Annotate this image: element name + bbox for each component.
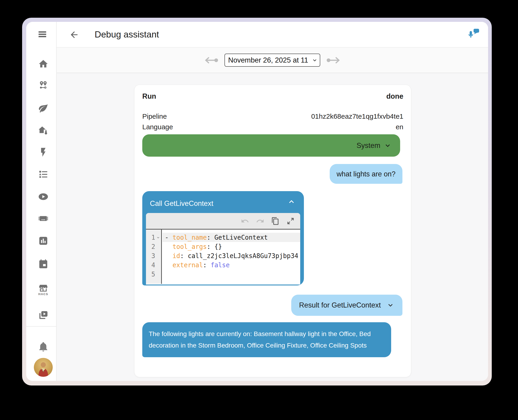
language-value: en [396, 123, 403, 131]
run-label: Run [142, 92, 156, 100]
debug-content: Run done Pipeline 01hz2k68eaz7te1qg1fxvb… [57, 73, 488, 381]
run-card: Run done Pipeline 01hz2k68eaz7te1qg1fxvb… [134, 85, 411, 377]
code-line: id: call_z2jc3leLJqksA8Gu73pjbp34 [165, 251, 298, 260]
system-bar-label: System [357, 142, 380, 150]
previous-run-icon[interactable] [205, 57, 219, 64]
app-header: Debug assistant [57, 22, 488, 48]
undo-icon[interactable] [241, 217, 249, 225]
line-number: 2 [146, 242, 155, 251]
run-status: done [386, 92, 403, 100]
assistant-message-bubble: The following lights are currently on: B… [142, 322, 391, 357]
pipeline-value: 01hz2k68eaz7te1qg1fxvb4te1 [311, 112, 403, 120]
language-label: Language [142, 123, 173, 131]
tool-call-card: Call GetLiveContext [142, 191, 304, 285]
page-title: Debug assistant [95, 30, 159, 40]
editor-gutter: 1 2 3 4 5 [146, 230, 162, 284]
sidebar: HACS [26, 22, 57, 381]
line-number: 4 [146, 260, 155, 270]
hacs-store-icon[interactable]: HACS [36, 284, 50, 296]
calendar-icon[interactable] [38, 259, 49, 269]
window-frame: HACS [22, 18, 492, 385]
hacs-label: HACS [36, 292, 50, 296]
media-collection-icon[interactable] [38, 310, 49, 320]
editor-body[interactable]: 1 2 3 4 5 - tool_name: GetLiveContext to… [146, 230, 300, 284]
tool-call-title: Call GetLiveContext [150, 199, 213, 208]
line-number: 3 [146, 251, 155, 260]
sidebar-item-home[interactable] [38, 59, 49, 69]
map-markers-icon[interactable] [38, 81, 49, 91]
chip-icon[interactable] [38, 213, 49, 224]
line-number: 1 [146, 233, 155, 242]
user-avatar[interactable] [34, 358, 53, 377]
fold-chevron-icon[interactable] [156, 236, 160, 240]
notifications-bell-icon[interactable] [38, 341, 49, 352]
pipeline-label: Pipeline [142, 112, 167, 120]
home-thermometer-icon[interactable] [38, 125, 49, 136]
code-line: external: false [165, 260, 230, 270]
run-header-row: Run done [142, 91, 403, 101]
run-date-select[interactable]: November 26, 2025 at 11:28:50 [224, 54, 320, 67]
expand-icon[interactable] [286, 217, 295, 225]
user-message-bubble: what lights are on? [330, 164, 402, 184]
system-prompt-bar[interactable]: System [142, 134, 400, 157]
back-arrow-icon[interactable] [69, 30, 79, 40]
editor-toolbar [146, 213, 300, 230]
screenshot-stage: HACS [0, 0, 518, 420]
tool-result-label: Result for GetLiveContext [299, 301, 381, 309]
flash-icon[interactable] [38, 147, 49, 158]
list-icon[interactable] [38, 169, 49, 180]
pipeline-row: Pipeline 01hz2k68eaz7te1qg1fxvb4te1 [142, 112, 403, 121]
redo-icon[interactable] [256, 217, 264, 225]
language-row: Language en [142, 122, 403, 132]
app-window: HACS [26, 22, 488, 381]
code-line: - tool_name: GetLiveContext [165, 233, 268, 242]
main-column: Debug assistant [57, 22, 488, 381]
chart-box-icon[interactable] [38, 236, 49, 246]
line-number: 5 [146, 270, 155, 279]
voice-assistant-icon[interactable] [467, 28, 480, 41]
code-line: tool_args: {} [165, 242, 222, 251]
menu-icon[interactable] [37, 29, 47, 39]
tool-result-bubble[interactable]: Result for GetLiveContext [291, 295, 402, 316]
play-oval-icon[interactable] [38, 191, 49, 202]
next-run-icon[interactable] [325, 57, 340, 64]
sidebar-bottom-section [26, 326, 56, 381]
chevron-down-icon [386, 301, 394, 309]
leaf-icon[interactable] [38, 103, 49, 113]
copy-icon[interactable] [271, 217, 279, 225]
yaml-editor[interactable]: 1 2 3 4 5 - tool_name: GetLiveContext to… [146, 213, 300, 285]
run-picker-row: November 26, 2025 at 11:28:50 [57, 48, 488, 73]
chevron-down-icon [384, 142, 392, 150]
collapse-chevron-up-icon[interactable] [287, 197, 296, 206]
